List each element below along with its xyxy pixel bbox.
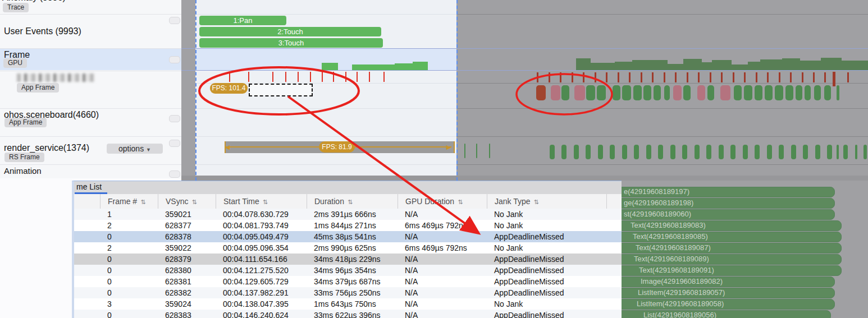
- track-title-animation[interactable]: Animation: [4, 166, 42, 176]
- app-frame-block[interactable]: [597, 85, 606, 100]
- rs-frame-block[interactable]: [646, 145, 651, 159]
- column-header-Start Time[interactable]: Start Time⇅: [216, 194, 307, 209]
- rs-frame-block[interactable]: [561, 145, 567, 159]
- component-bar[interactable]: ListItem(42919608189057): [618, 288, 835, 298]
- sort-icon[interactable]: ⇅: [140, 199, 145, 206]
- table-row[interactable]: 062837900:04.111.654.16634ms 418µs 229ns…: [74, 254, 622, 265]
- rs-frame-block[interactable]: [767, 145, 772, 159]
- rs-frame-block[interactable]: [610, 145, 615, 159]
- rs-frame-block[interactable]: [755, 145, 760, 159]
- rs-frame-block[interactable]: [634, 145, 639, 159]
- sort-icon[interactable]: ⇅: [263, 199, 268, 206]
- app-frame-block[interactable]: [707, 85, 714, 100]
- column-header-GPU Duration[interactable]: GPU Duration⇅: [398, 194, 487, 209]
- sort-icon[interactable]: ⇅: [458, 199, 463, 206]
- rs-frame-block[interactable]: [803, 145, 808, 159]
- user-event-bar[interactable]: 1:Pan: [199, 16, 286, 25]
- app-frame-block[interactable]: [613, 85, 620, 100]
- app-frame-block[interactable]: [633, 85, 642, 100]
- rs-frame-block[interactable]: [855, 145, 857, 159]
- rs-frame-block[interactable]: [837, 145, 839, 159]
- app-frame-block[interactable]: [734, 85, 742, 100]
- rs-frame-block[interactable]: [743, 145, 748, 159]
- column-header-Jank Type[interactable]: Jank Type⇅: [487, 194, 606, 209]
- rs-frame-block[interactable]: [622, 145, 627, 159]
- rs-frame-block[interactable]: [864, 145, 867, 159]
- track-pin-pill[interactable]: [169, 17, 180, 24]
- app-frame-block[interactable]: [796, 85, 802, 100]
- app-frame-block[interactable]: [622, 85, 631, 100]
- app-frame-block[interactable]: [775, 85, 783, 100]
- rs-frame-block[interactable]: [658, 145, 663, 159]
- app-frame-block[interactable]: [561, 85, 569, 100]
- component-bar[interactable]: e(42919608189197): [618, 187, 835, 197]
- component-bar[interactable]: ListItem(42919608189058): [618, 299, 835, 310]
- track-pin-pill[interactable]: [169, 170, 180, 178]
- component-bar[interactable]: Text(42919608189089): [618, 254, 842, 265]
- table-row[interactable]: 062838100:04.129.605.72934ms 379µs 687ns…: [74, 276, 622, 287]
- app-frame-block[interactable]: [551, 85, 560, 100]
- table-row[interactable]: 062838000:04.121.275.52034ms 96µs 354nsN…: [74, 265, 622, 276]
- track-pin-pill[interactable]: [169, 140, 180, 147]
- component-bar[interactable]: List(42919608189056): [618, 310, 831, 318]
- component-bar[interactable]: Image(42919608189082): [618, 276, 835, 287]
- sort-icon[interactable]: ⇅: [534, 199, 539, 206]
- selection-end-handle[interactable]: [456, 0, 458, 181]
- rs-frame-block[interactable]: [586, 145, 591, 159]
- rs-frame-block[interactable]: [682, 145, 687, 159]
- track-title-render-service[interactable]: render_service(1374): [4, 143, 89, 153]
- app-frame-block[interactable]: [664, 85, 670, 100]
- user-event-bar[interactable]: 3:Touch: [199, 38, 383, 48]
- app-frame-block[interactable]: [720, 85, 730, 100]
- rs-frame-block[interactable]: [827, 145, 832, 159]
- rs-frame-block[interactable]: [598, 145, 603, 159]
- app-frame-block[interactable]: [744, 85, 752, 100]
- app-frame-block[interactable]: [814, 85, 821, 100]
- tab-frame-list[interactable]: me List: [75, 182, 103, 191]
- column-header-Frame #[interactable]: Frame #⇅: [100, 194, 158, 209]
- app-frame-block[interactable]: [574, 85, 585, 100]
- track-title-user-events[interactable]: User Events (9993): [4, 26, 81, 36]
- table-row[interactable]: 062837800:04.095.049.47945ms 38µs 541nsN…: [74, 231, 622, 242]
- app-frame-block[interactable]: [673, 85, 682, 100]
- app-frame-block[interactable]: [837, 85, 839, 100]
- table-row[interactable]: 062838300:04.146.240.62433ms 622µs 396ns…: [74, 310, 622, 318]
- app-frame-block[interactable]: [536, 85, 546, 100]
- rs-frame-block[interactable]: [706, 145, 711, 159]
- app-frame-block[interactable]: [805, 85, 811, 100]
- app-frame-block[interactable]: [755, 85, 762, 100]
- component-bar[interactable]: ge(42919608189198): [618, 198, 835, 209]
- rs-frame-block[interactable]: [779, 145, 784, 159]
- rs-frame-block[interactable]: [791, 145, 796, 159]
- user-event-bar[interactable]: 2:Touch: [199, 27, 381, 36]
- component-bar[interactable]: Text(42919608189083): [618, 220, 842, 231]
- rs-frame-block[interactable]: [719, 145, 724, 159]
- app-frame-block[interactable]: [586, 85, 595, 100]
- app-frame-block[interactable]: [683, 85, 691, 100]
- column-header-Duration[interactable]: Duration⇅: [307, 194, 398, 209]
- rs-frame-block[interactable]: [574, 145, 579, 159]
- component-bar[interactable]: Text(42919608189085): [618, 232, 842, 242]
- track-pin-pill[interactable]: [169, 115, 180, 122]
- options-dropdown[interactable]: options ▼: [107, 144, 163, 154]
- table-row[interactable]: 135902100:04.078.630.7292ms 391µs 666nsN…: [74, 209, 622, 220]
- rs-frame-block[interactable]: [815, 145, 820, 159]
- table-row[interactable]: 235902200:04.095.096.3542ms 990µs 625ns6…: [74, 242, 622, 254]
- rs-frame-block[interactable]: [843, 145, 848, 159]
- table-row[interactable]: 262837700:04.081.793.7491ms 844µs 271ns6…: [74, 220, 622, 231]
- redacted-process-name[interactable]: [17, 73, 94, 82]
- app-frame-block[interactable]: [824, 85, 831, 100]
- table-row[interactable]: 062838200:04.137.982.29133ms 756µs 250ns…: [74, 287, 622, 298]
- app-frame-block[interactable]: [765, 85, 773, 100]
- app-frame-block[interactable]: [697, 85, 705, 100]
- track-pin-pill[interactable]: [169, 56, 180, 63]
- selection-start-handle[interactable]: [195, 0, 197, 181]
- rs-frame-block[interactable]: [695, 145, 700, 159]
- sort-icon[interactable]: ⇅: [191, 199, 197, 206]
- rs-frame-block[interactable]: [730, 145, 735, 159]
- app-frame-block[interactable]: [643, 85, 651, 100]
- column-header-VSync[interactable]: VSync⇅: [158, 194, 216, 209]
- component-bar[interactable]: st(42919608189060): [618, 209, 835, 220]
- sort-icon[interactable]: ⇅: [348, 199, 353, 206]
- component-bar[interactable]: Text(42919608189091): [618, 265, 842, 276]
